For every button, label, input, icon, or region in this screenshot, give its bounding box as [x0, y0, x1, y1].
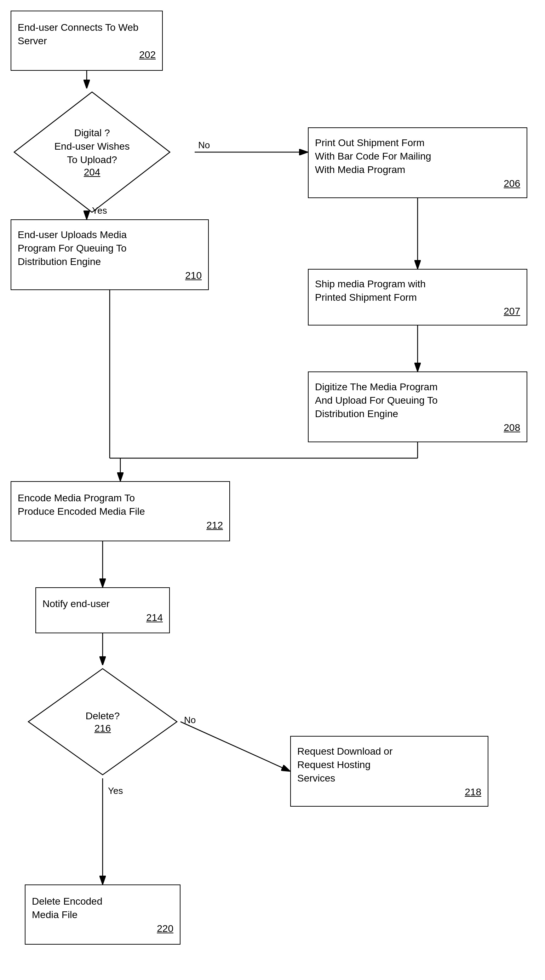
box-207-num: 207: [504, 305, 520, 317]
diamond-204-label: Digital ?End-user WishesTo Upload?: [54, 126, 129, 166]
box-212: Encode Media Program ToProduce Encoded M…: [11, 481, 230, 541]
box-207: Ship media Program withPrinted Shipment …: [308, 269, 527, 326]
box-202: End-user Connects To Web Server 202: [11, 11, 163, 71]
box-218-num: 218: [465, 786, 481, 798]
box-210-label: End-user Uploads MediaProgram For Queuin…: [18, 228, 127, 268]
box-206: Print Out Shipment FormWith Bar Code For…: [308, 127, 527, 198]
box-206-label: Print Out Shipment FormWith Bar Code For…: [315, 136, 431, 176]
box-212-num: 212: [206, 520, 223, 531]
box-218: Request Download orRequest HostingServic…: [290, 736, 488, 807]
box-220: Delete EncodedMedia File 220: [25, 885, 180, 945]
diamond-204-num: 204: [84, 167, 100, 178]
box-214: Notify end-user 214: [35, 587, 170, 633]
box-208: Digitize The Media ProgramAnd Upload For…: [308, 371, 527, 442]
box-202-num: 202: [139, 49, 156, 60]
box-220-label: Delete EncodedMedia File: [32, 895, 102, 922]
diamond-204: Digital ?End-user WishesTo Upload? 204: [11, 88, 174, 216]
flowchart-diagram: End-user Connects To Web Server 202 Digi…: [0, 0, 545, 980]
box-214-num: 214: [146, 612, 163, 624]
no-label-206: No: [198, 140, 210, 151]
box-218-label: Request Download orRequest HostingServic…: [297, 745, 392, 785]
box-206-num: 206: [504, 178, 520, 189]
box-220-num: 220: [157, 923, 174, 934]
no-label-218: No: [184, 715, 196, 725]
box-208-label: Digitize The Media ProgramAnd Upload For…: [315, 380, 438, 420]
yes-label-220: Yes: [108, 786, 123, 796]
box-210-num: 210: [185, 270, 202, 281]
svg-line-12: [180, 722, 290, 771]
box-210: End-user Uploads MediaProgram For Queuin…: [11, 220, 209, 290]
box-208-num: 208: [504, 422, 520, 433]
diamond-216: Delete? 216: [25, 665, 180, 778]
yes-label-210: Yes: [92, 205, 107, 216]
box-212-label: Encode Media Program ToProduce Encoded M…: [18, 492, 145, 518]
diamond-216-num: 216: [94, 723, 111, 734]
diamond-216-label: Delete?: [86, 710, 120, 723]
box-207-label: Ship media Program withPrinted Shipment …: [315, 277, 426, 304]
box-202-label: End-user Connects To Web Server: [18, 21, 156, 48]
box-214-label: Notify end-user: [43, 597, 110, 611]
